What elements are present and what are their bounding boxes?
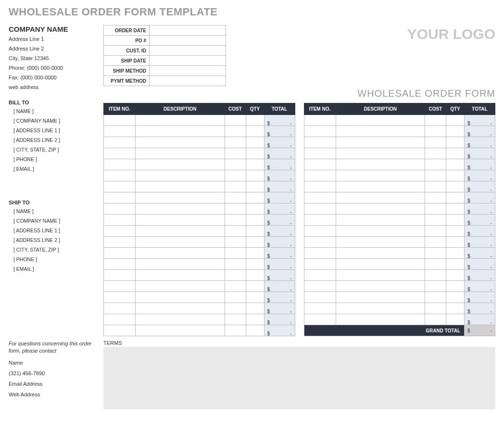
description-cell[interactable] <box>336 181 425 192</box>
description-cell[interactable] <box>136 325 225 336</box>
qty-cell[interactable] <box>246 148 264 159</box>
bill-to-email[interactable]: [ EMAIL ] <box>13 166 98 172</box>
bill-to-address1[interactable]: [ ADDRESS LINE 1 ] <box>13 127 98 133</box>
cost-cell[interactable] <box>425 137 446 148</box>
item-no-cell[interactable] <box>304 226 336 237</box>
qty-cell[interactable] <box>446 270 465 281</box>
item-no-cell[interactable] <box>304 281 336 292</box>
item-no-cell[interactable] <box>104 203 136 215</box>
bill-to-company[interactable]: [ COMPANY NAME ] <box>13 118 98 124</box>
description-cell[interactable] <box>136 314 225 325</box>
item-no-cell[interactable] <box>104 115 136 126</box>
bill-to-phone[interactable]: [ PHONE ] <box>13 156 98 162</box>
item-no-cell[interactable] <box>104 259 136 270</box>
terms-box[interactable] <box>103 347 495 409</box>
item-no-cell[interactable] <box>104 314 136 325</box>
qty-cell[interactable] <box>446 237 465 248</box>
description-cell[interactable] <box>136 170 225 181</box>
cost-cell[interactable] <box>225 314 246 325</box>
qty-cell[interactable] <box>446 259 465 270</box>
ship-date-input[interactable] <box>150 56 226 66</box>
cost-cell[interactable] <box>225 226 246 237</box>
item-no-cell[interactable] <box>104 148 136 159</box>
description-cell[interactable] <box>336 115 425 126</box>
item-no-cell[interactable] <box>304 159 336 170</box>
description-cell[interactable] <box>136 148 225 159</box>
description-cell[interactable] <box>136 159 225 170</box>
item-no-cell[interactable] <box>104 237 136 248</box>
item-no-cell[interactable] <box>104 159 136 170</box>
po-input[interactable] <box>150 36 226 46</box>
cost-cell[interactable] <box>225 325 246 336</box>
description-cell[interactable] <box>336 270 425 281</box>
ship-to-company[interactable]: [ COMPANY NAME ] <box>13 218 98 224</box>
description-cell[interactable] <box>136 281 225 292</box>
description-cell[interactable] <box>336 215 425 226</box>
qty-cell[interactable] <box>446 148 465 159</box>
description-cell[interactable] <box>136 203 225 215</box>
qty-cell[interactable] <box>246 314 264 325</box>
qty-cell[interactable] <box>246 215 264 226</box>
description-cell[interactable] <box>136 115 225 126</box>
cost-cell[interactable] <box>425 259 446 270</box>
qty-cell[interactable] <box>446 181 465 192</box>
pymt-method-input[interactable] <box>150 76 226 86</box>
cost-cell[interactable] <box>425 170 446 181</box>
description-cell[interactable] <box>336 148 425 159</box>
description-cell[interactable] <box>136 259 225 270</box>
cost-cell[interactable] <box>425 215 446 226</box>
item-no-cell[interactable] <box>304 259 336 270</box>
cost-cell[interactable] <box>425 270 446 281</box>
description-cell[interactable] <box>336 226 425 237</box>
qty-cell[interactable] <box>446 281 465 292</box>
description-cell[interactable] <box>336 203 425 215</box>
item-no-cell[interactable] <box>104 170 136 181</box>
qty-cell[interactable] <box>446 226 465 237</box>
cost-cell[interactable] <box>425 226 446 237</box>
qty-cell[interactable] <box>446 215 465 226</box>
description-cell[interactable] <box>136 192 225 203</box>
description-cell[interactable] <box>336 248 425 259</box>
item-no-cell[interactable] <box>304 215 336 226</box>
cost-cell[interactable] <box>425 126 446 137</box>
cost-cell[interactable] <box>225 181 246 192</box>
description-cell[interactable] <box>336 192 425 203</box>
cust-id-input[interactable] <box>150 46 226 56</box>
qty-cell[interactable] <box>246 170 264 181</box>
qty-cell[interactable] <box>246 115 264 126</box>
cost-cell[interactable] <box>425 303 446 314</box>
cost-cell[interactable] <box>425 181 446 192</box>
cost-cell[interactable] <box>225 303 246 314</box>
cost-cell[interactable] <box>425 314 446 325</box>
cost-cell[interactable] <box>425 237 446 248</box>
cost-cell[interactable] <box>425 203 446 215</box>
item-no-cell[interactable] <box>304 303 336 314</box>
ship-method-input[interactable] <box>150 66 226 76</box>
order-date-input[interactable] <box>150 25 226 36</box>
cost-cell[interactable] <box>225 137 246 148</box>
qty-cell[interactable] <box>246 226 264 237</box>
qty-cell[interactable] <box>246 192 264 203</box>
qty-cell[interactable] <box>246 248 264 259</box>
qty-cell[interactable] <box>446 248 465 259</box>
ship-to-phone[interactable]: [ PHONE ] <box>13 256 98 262</box>
item-no-cell[interactable] <box>104 281 136 292</box>
qty-cell[interactable] <box>446 115 465 126</box>
cost-cell[interactable] <box>425 281 446 292</box>
qty-cell[interactable] <box>446 192 465 203</box>
qty-cell[interactable] <box>246 292 264 303</box>
qty-cell[interactable] <box>246 281 264 292</box>
item-no-cell[interactable] <box>104 126 136 137</box>
qty-cell[interactable] <box>446 137 465 148</box>
description-cell[interactable] <box>336 292 425 303</box>
cost-cell[interactable] <box>425 148 446 159</box>
item-no-cell[interactable] <box>304 248 336 259</box>
cost-cell[interactable] <box>225 192 246 203</box>
description-cell[interactable] <box>336 137 425 148</box>
description-cell[interactable] <box>136 215 225 226</box>
qty-cell[interactable] <box>446 314 465 325</box>
cost-cell[interactable] <box>225 203 246 215</box>
item-no-cell[interactable] <box>304 170 336 181</box>
bill-to-address2[interactable]: [ ADDRESS LINE 2 ] <box>13 137 98 143</box>
item-no-cell[interactable] <box>104 215 136 226</box>
